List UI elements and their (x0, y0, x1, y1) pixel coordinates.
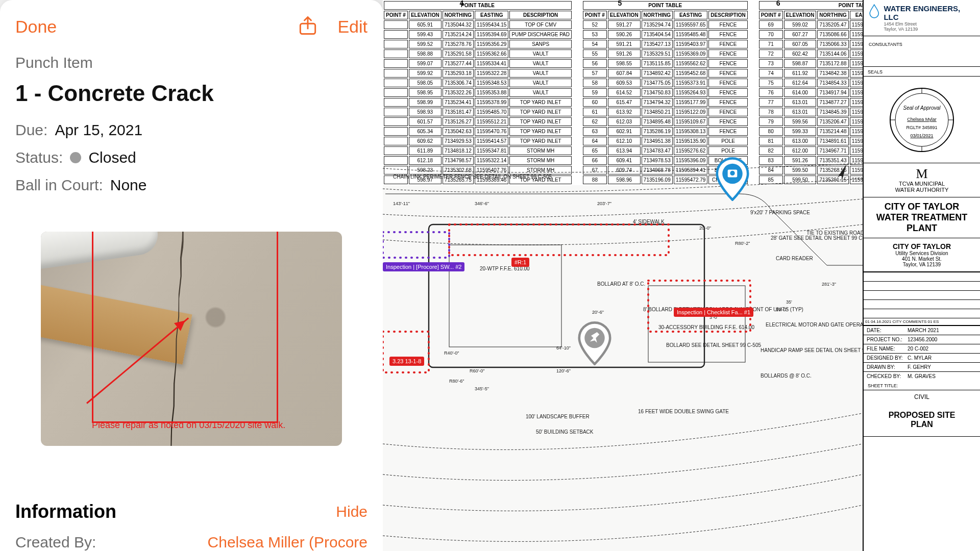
plan-label: CHAIN LINK PERIMETER FENCE SEE DETAIL ON… (393, 174, 552, 180)
table-row: 599.437135214.2411595394.69PUMP DISCHARG… (384, 30, 572, 39)
plan-label: 28' GATE SEE DETAIL ON SHEET 99 C-504 (771, 235, 863, 241)
kv-label: DRAWN BY: (867, 364, 908, 370)
consultants-label: CONSULTANTS (869, 42, 902, 47)
table-row: 598.957135322.2611595353.88VAULT (384, 88, 572, 97)
svg-text:64'-10": 64'-10" (556, 345, 571, 350)
plan-label: 50' BUILDING SETBACK (536, 429, 594, 435)
table-row: 63602.917135286.1911595308.13FENCE (583, 127, 748, 136)
photo-pin-icon[interactable] (715, 157, 750, 201)
table-row: 57607.847134892.4211595452.68FENCE (583, 69, 748, 78)
punch-photo[interactable]: Please repair as noted on 03/15/2020 sit… (41, 232, 342, 446)
svg-text:120'-6": 120'-6" (556, 368, 571, 373)
table-row: 58609.537134775.0511595373.91FENCE (583, 79, 748, 87)
table-row: 53590.267135404.5411595485.48FENCE (583, 30, 748, 39)
firm-address: 1454 Elm StreetTaylor, VA 12139 (884, 21, 975, 32)
bic-value: None (110, 177, 147, 194)
table-row: 598.997135234.4111595378.99TOP YARD INLE… (384, 98, 572, 107)
inspection-tag[interactable]: #R:1 (511, 258, 529, 267)
column-number: 4 (459, 0, 463, 7)
svg-text:20'-0": 20'-0" (699, 226, 711, 231)
svg-text:346'-6": 346'-6" (475, 201, 489, 206)
svg-text:R80'-6": R80'-6" (449, 379, 464, 384)
drawing-viewer[interactable]: 4 5 6 POINT TABLEPOINT #ELEVATIONNORTHIN… (383, 0, 980, 551)
client-info: Taylor, VA 12139 (869, 262, 975, 267)
punch-title: 1 - Concrete Crack (15, 81, 368, 106)
bic-label: Ball in Court: (15, 177, 103, 194)
project-name: CITY OF TAYLOR (869, 202, 975, 212)
plan-label: HANDICAP RAMP SEE DETAIL ON SHEET 99 C-5… (761, 347, 863, 353)
svg-rect-2 (449, 245, 561, 347)
kv-label: DATE: (867, 328, 908, 333)
client-info: 401 N. Market St. (869, 256, 975, 262)
authority-name: TCVA MUNICIPAL (869, 181, 975, 187)
due-value: Apr 15, 2021 (55, 121, 142, 139)
plan-label: 100' LANDSCAPE BUFFER (526, 414, 590, 419)
kv-value: F. GEHRY (908, 364, 931, 370)
status-value: Closed (88, 149, 136, 166)
table-row: 598.057135306.7411595348.53VAULT (384, 79, 572, 87)
svg-text:Seal of Approval: Seal of Approval (903, 105, 941, 111)
created-by-label: Created By: (15, 534, 96, 551)
svg-text:35': 35' (786, 299, 792, 305)
plan-label: TIE TO EXISTING ROAD (806, 230, 863, 236)
punch-subhead: Punch Item (15, 54, 368, 71)
panel-header: Done Edit (0, 10, 383, 49)
table-row: 599.077135277.4411595334.41VAULT (384, 59, 572, 68)
client-name: CITY OF TAYLOR (893, 242, 951, 251)
table-row: 59614.527134750.8311595264.93FENCE (583, 88, 748, 97)
kv-label: DESIGNED BY: (867, 355, 908, 361)
column-number: 6 (776, 0, 780, 7)
svg-text:R80'-2": R80'-2" (735, 241, 750, 246)
table-row: 60615.477134794.3211595177.99FENCE (583, 98, 748, 107)
site-plan[interactable]: 20-WTP F.F.E. 610.00 30-ACCESSORY BUILDI… (383, 153, 863, 551)
table-row: 605.347135042.6311595470.76TOP YARD INLE… (384, 127, 572, 136)
svg-text:20'-6": 20'-6" (592, 310, 604, 315)
authority-logo-icon: M (869, 167, 975, 181)
status-dot-icon (70, 152, 81, 163)
inspection-tag[interactable]: 3.23 13-1-8 (389, 357, 424, 366)
drawing-title-block: WATER ENGINEERS, LLC 1454 Elm StreetTayl… (863, 0, 980, 551)
inspection-tag[interactable]: Inspection | [Procore] SW... #2 (383, 262, 464, 271)
project-name: WATER TREATMENT PLANT (869, 212, 975, 234)
kv-value: M. GRAVES (908, 373, 936, 379)
plan-label: 16 FEET WIDE DOUBLE SWING GATE (638, 409, 729, 414)
edit-button[interactable]: Edit (337, 17, 368, 37)
seals-label: SEALS (868, 69, 883, 74)
kv-value: C. MYLAR (908, 355, 932, 361)
kv-value: 123456.2000 (908, 337, 937, 342)
column-number: 5 (618, 0, 622, 7)
due-label: Due: (15, 121, 47, 139)
kv-value: MARCH 2021 (908, 328, 939, 333)
hide-button[interactable]: Hide (336, 503, 368, 520)
table-row: 56598.557135115.8511595562.62FENCE (583, 59, 748, 68)
table-row: 52591.277135294.7411595597.65FENCE (583, 20, 748, 29)
svg-rect-23 (383, 232, 449, 258)
kv-value: 20 C-002 (908, 346, 928, 352)
inspection-tag[interactable]: Inspection | Checklist Fa... #1 (674, 308, 753, 317)
share-icon (297, 14, 319, 37)
done-button[interactable]: Done (15, 17, 57, 37)
markup-text: Please repair as noted on 03/15/2020 sit… (92, 420, 285, 431)
sheet-name: PLAN (911, 420, 933, 429)
plan-label: 30-ACCESSORY BUILDING F.F.E. 614.00 (658, 324, 754, 330)
push-pin-icon[interactable] (577, 321, 612, 365)
kv-label: CHECKED BY: (867, 373, 908, 379)
sheet-name: PROPOSED SITE (889, 411, 955, 419)
kv-label: PROJECT NO.: (867, 337, 908, 342)
revision-row: 01 04.16.2021 CITY COMMENTS 01 ES (864, 318, 980, 325)
svg-rect-22 (383, 332, 429, 372)
firm-name: WATER ENGINEERS, LLC (884, 4, 975, 21)
svg-text:203'-7": 203'-7" (597, 201, 611, 206)
svg-text:R60'-0": R60'-0" (470, 368, 484, 373)
table-row: 598.937135181.4711595485.70TOP YARD INLE… (384, 108, 572, 116)
svg-text:03/01/2021: 03/01/2021 (910, 133, 933, 138)
status-label: Status: (15, 149, 63, 166)
water-drop-icon (869, 4, 879, 18)
discipline: CIVIL (864, 390, 980, 404)
plan-label: BOLLARD AT 8' O.C. (597, 281, 645, 287)
created-by-value[interactable]: Chelsea Miller (Procore (208, 534, 368, 551)
plan-label: BOLLARDS @ 8' O.C. (761, 373, 812, 379)
svg-text:345'-5": 345'-5" (475, 386, 489, 391)
svg-text:10'-0": 10'-0" (776, 307, 788, 312)
share-button[interactable] (297, 14, 319, 39)
